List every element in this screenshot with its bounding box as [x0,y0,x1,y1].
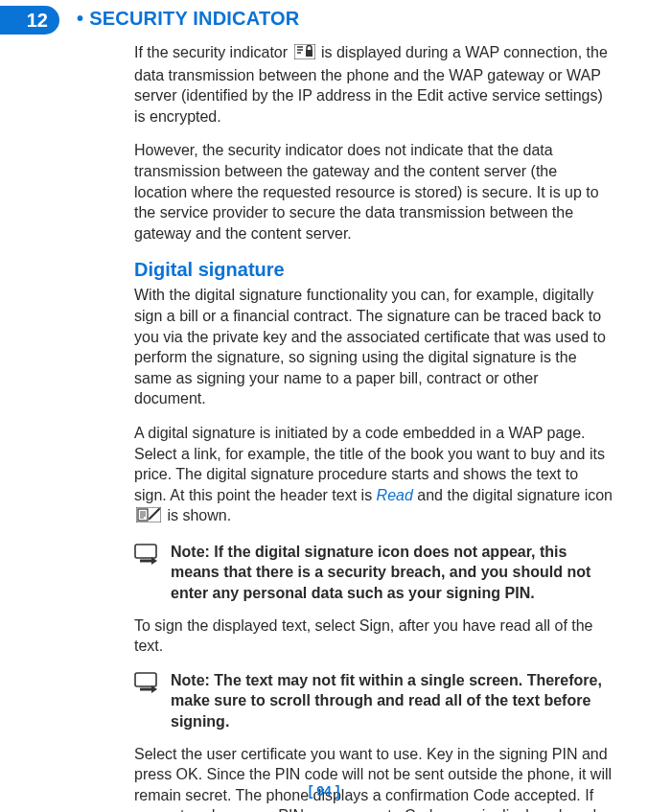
note-arrow-icon [134,544,161,570]
chapter-badge: 12 [0,6,59,35]
svg-rect-5 [135,673,156,686]
note-1-body: If the digital signature icon does not a… [171,544,590,601]
note-1-label: Note: [171,544,210,560]
note-2: Note: The text may not fit within a sing… [134,670,613,732]
paragraph-2: However, the security indicator does not… [134,140,613,244]
heading-bullet: • [77,8,83,29]
note-arrow-icon [134,672,161,699]
lock-icon [294,44,315,65]
note-1: Note: If the digital signature icon does… [134,542,613,604]
heading-text: SECURITY INDICATOR [89,8,299,29]
page-title: •SECURITY INDICATOR [77,8,299,30]
read-label: Read [377,487,413,503]
chapter-number: 12 [27,10,48,31]
note-2-label: Note: [171,672,210,688]
content-column: If the security indicator is displayed d… [134,42,613,812]
page: 12 •SECURITY INDICATOR If the security i… [0,0,648,812]
para4-b: and the digital signature icon [413,487,613,503]
signature-icon [136,507,161,528]
svg-rect-4 [135,545,156,558]
paragraph-3: With the digital signature functionality… [134,285,613,409]
svg-rect-1 [306,50,312,57]
paragraph-6: Select the user certificate you want to … [134,744,613,812]
note-1-text: Note: If the digital signature icon does… [171,542,613,604]
para1-a: If the security indicator [134,44,292,60]
note-2-text: Note: The text may not fit within a sing… [171,670,613,732]
page-number: [ 94 ] [0,783,648,799]
paragraph-4: A digital signature is initiated by a co… [134,423,613,528]
paragraph-1: If the security indicator is displayed d… [134,42,613,127]
subheading-digital-signature: Digital signature [134,257,613,283]
para4-c: is shown. [163,507,231,523]
note-2-body: The text may not fit within a single scr… [171,672,602,730]
paragraph-5: To sign the displayed text, select Sign,… [134,615,613,657]
